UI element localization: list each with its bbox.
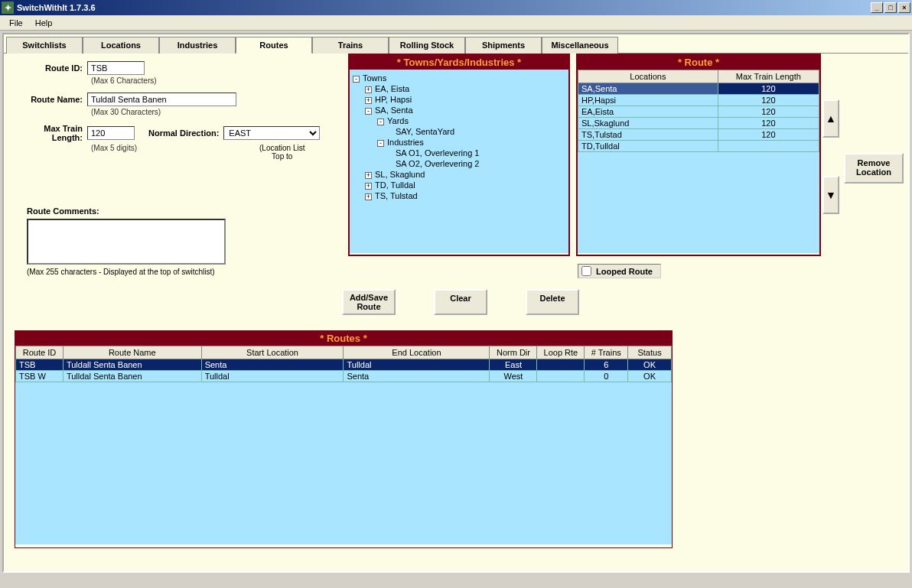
tree-item[interactable]: SA O2, Overlevering 2 [396,159,479,168]
comments-label: Route Comments: [27,206,256,216]
col-route-id[interactable]: Route ID [16,346,64,359]
route-row[interactable]: EA,Eista120 [578,106,819,118]
route-grid[interactable]: Locations Max Train Length SA,Senta120 H… [578,70,819,253]
looped-route-row: Looped Route [578,264,661,278]
tree-item[interactable]: SA O1, Overlevering 1 [396,148,479,158]
tab-switchlists[interactable]: Switchlists [6,37,83,54]
tree-toggle-icon[interactable]: + [365,183,372,190]
move-down-button[interactable]: ▼ [822,176,839,214]
col-end[interactable]: End Location [344,346,490,359]
col-locations[interactable]: Locations [578,70,718,83]
tree-toggle-icon[interactable]: - [353,76,360,83]
comments-textarea[interactable] [27,219,226,265]
max-train-hint: (Max 5 digits) [91,144,168,153]
app-icon: ✦ [2,2,14,14]
delete-button[interactable]: Delete [526,289,579,315]
route-id-input[interactable] [87,61,145,75]
tree-item[interactable]: Industries [387,138,424,147]
tab-miscellaneous[interactable]: Miscellaneous [542,37,618,54]
tab-shipments[interactable]: Shipments [465,37,542,54]
tree-item[interactable]: TS, Tulstad [375,191,418,200]
clear-button[interactable]: Clear [434,289,487,315]
tree-toggle-icon[interactable]: + [365,86,372,93]
col-route-name[interactable]: Route Name [63,346,201,359]
tab-routes[interactable]: Routes [236,37,312,54]
window-title: SwitchWithIt 1.7.3.6 [17,3,96,12]
towns-title: * Towns/Yards/Industries * [350,55,568,70]
tree-item[interactable]: SL, Skaglund [375,170,425,179]
tab-bar: Switchlists Locations Industries Routes … [4,34,908,54]
col-status[interactable]: Status [628,346,672,359]
col-norm-dir[interactable]: Norm Dir [490,346,537,359]
title-bar: ✦ SwitchWithIt 1.7.3.6 _ □ × [0,0,912,15]
direction-hint: (Location ListTop to [259,144,305,161]
minimize-button[interactable]: _ [871,2,883,13]
route-row[interactable]: SA,Senta120 [578,83,819,95]
close-button[interactable]: × [898,2,910,13]
route-id-hint: (Max 6 Characters) [91,76,336,85]
tab-locations[interactable]: Locations [83,37,159,54]
route-name-label: Route Name: [15,95,87,104]
direction-select[interactable]: EAST [223,126,320,140]
routes-panel: * Routes * Route ID Route Name Start Loc… [15,330,673,548]
main-panel: Switchlists Locations Industries Routes … [2,33,910,573]
looped-route-checkbox[interactable] [581,266,591,276]
tree-item[interactable]: SA, Senta [375,106,413,115]
route-panel: * Route * Locations Max Train Length SA,… [576,54,821,256]
route-row[interactable]: SL,Skaglund120 [578,118,819,129]
tree-item[interactable]: SAY, SentaYard [396,127,454,136]
tab-industries[interactable]: Industries [159,37,236,54]
col-max-length[interactable]: Max Train Length [718,70,819,83]
route-form: Route ID: (Max 6 Characters) Route Name:… [15,61,336,161]
routes-grid[interactable]: Route ID Route Name Start Location End L… [15,346,672,544]
route-title: * Route * [578,55,819,70]
tree-item[interactable]: TD, Tulldal [375,180,415,190]
route-id-label: Route ID: [15,63,87,73]
maximize-button[interactable]: □ [884,2,897,13]
tab-rolling-stock[interactable]: Rolling Stock [389,37,465,54]
tree-toggle-icon[interactable]: + [365,97,372,104]
col-start[interactable]: Start Location [201,346,344,359]
route-row[interactable]: HP,Hapsi120 [578,95,819,106]
tree-item[interactable]: EA, Eista [375,84,409,93]
col-trains[interactable]: # Trains [585,346,628,359]
tree-toggle-icon[interactable]: - [377,140,384,147]
tree-root[interactable]: Towns [363,73,386,83]
route-row[interactable]: TD,Tulldal [578,141,819,152]
route-row[interactable]: TS,Tulstad120 [578,129,819,141]
towns-panel: * Towns/Yards/Industries * -Towns +EA, E… [348,54,570,256]
tree-item[interactable]: Yards [387,116,409,125]
routes-row[interactable]: TSB W Tulldal Senta Banen Tulldal Senta … [16,371,672,382]
tree-toggle-icon[interactable]: + [365,193,372,200]
max-train-input[interactable] [87,126,135,140]
menu-help[interactable]: Help [29,17,59,29]
looped-route-label: Looped Route [596,267,653,276]
comments-hint: (Max 255 characters - Displayed at the t… [27,268,256,276]
remove-location-button[interactable]: Remove Location [844,153,904,184]
route-name-input[interactable] [87,93,236,106]
route-name-hint: (Max 30 Characters) [91,108,336,116]
max-train-label: Max TrainLength: [15,124,87,142]
tree-toggle-icon[interactable]: - [377,119,384,125]
col-loop-rte[interactable]: Loop Rte [537,346,585,359]
menu-file[interactable]: File [3,17,29,29]
add-save-route-button[interactable]: Add/Save Route [342,289,396,315]
direction-label: Normal Direction: [148,128,223,138]
tree-toggle-icon[interactable]: + [365,172,372,179]
move-up-button[interactable]: ▲ [822,99,839,138]
tab-trains[interactable]: Trains [312,37,389,54]
menu-bar: File Help [0,15,912,31]
tree-item[interactable]: HP, Hapsi [375,95,412,104]
tree-view[interactable]: -Towns +EA, Eista +HP, Hapsi -SA, Senta … [350,70,568,253]
routes-title: * Routes * [15,331,672,346]
routes-row[interactable]: TSB Tuldall Senta Banen Senta Tulldal Ea… [16,359,672,371]
tree-toggle-icon[interactable]: - [365,108,372,115]
